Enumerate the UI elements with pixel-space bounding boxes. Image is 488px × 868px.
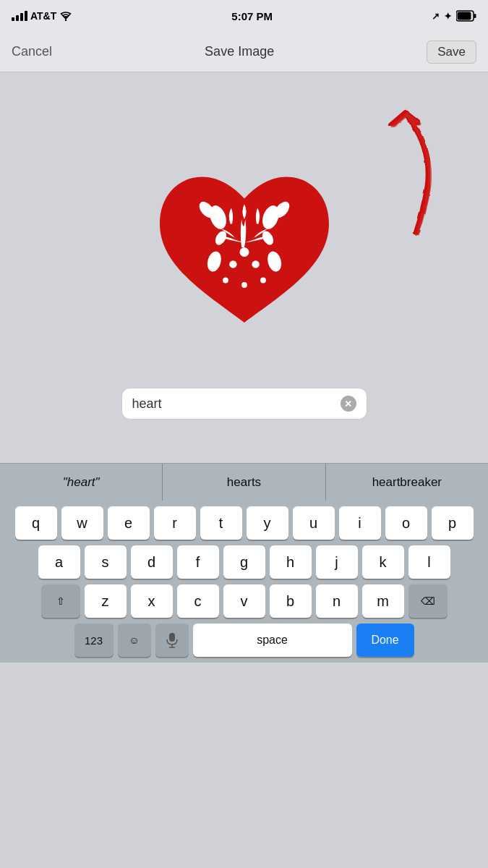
key-h[interactable]: h	[270, 545, 312, 579]
signal-bars	[12, 11, 27, 21]
key-a[interactable]: a	[38, 545, 80, 579]
key-g[interactable]: g	[223, 545, 265, 579]
key-q[interactable]: q	[15, 506, 57, 540]
status-right: ↗ ✦	[432, 10, 476, 22]
location-icon: ↗	[432, 11, 440, 22]
key-p[interactable]: p	[432, 506, 474, 540]
key-row-1: q w e r t y u i o p	[3, 506, 485, 540]
key-y[interactable]: y	[247, 506, 288, 540]
nav-title: Save Image	[205, 44, 274, 59]
key-s[interactable]: s	[85, 545, 127, 579]
key-j[interactable]: j	[316, 545, 358, 579]
save-button[interactable]: Save	[427, 41, 476, 64]
status-left: AT&T	[12, 10, 72, 22]
autocomplete-item-0[interactable]: "heart"	[0, 464, 163, 501]
keyboard: q w e r t y u i o p a s d f g h j k l ⇧ …	[0, 501, 488, 663]
key-x[interactable]: x	[131, 584, 173, 618]
numbers-key[interactable]: 123	[74, 624, 114, 657]
search-input-wrapper[interactable]: heart ✕	[121, 388, 367, 420]
svg-rect-2	[474, 14, 476, 18]
key-w[interactable]: w	[61, 506, 103, 540]
key-m[interactable]: m	[362, 584, 404, 618]
bluetooth-icon: ✦	[444, 11, 452, 22]
key-r[interactable]: r	[154, 506, 196, 540]
key-e[interactable]: e	[108, 506, 150, 540]
key-row-2: a s d f g h j k l	[3, 545, 485, 579]
battery-icon	[456, 10, 476, 22]
svg-point-15	[241, 282, 247, 288]
nav-bar: Cancel Save Image Save	[0, 32, 488, 72]
delete-key[interactable]: ⌫	[408, 584, 448, 618]
content-area: heart ✕	[0, 72, 488, 463]
heart-image	[150, 163, 338, 351]
wifi-icon	[59, 11, 72, 21]
svg-point-0	[65, 20, 67, 21]
key-n[interactable]: n	[316, 584, 358, 618]
svg-point-13	[223, 278, 228, 284]
autocomplete-bar: "heart" hearts heartbreaker	[0, 463, 488, 501]
svg-point-10	[239, 247, 249, 257]
svg-rect-18	[169, 633, 175, 642]
mic-key[interactable]	[155, 624, 189, 657]
key-o[interactable]: o	[385, 506, 427, 540]
key-b[interactable]: b	[270, 584, 312, 618]
svg-point-12	[252, 260, 259, 268]
arrow-annotation	[329, 94, 459, 239]
space-key[interactable]: space	[193, 624, 352, 657]
key-k[interactable]: k	[362, 545, 404, 579]
status-time: 5:07 PM	[231, 10, 273, 22]
status-bar: AT&T 5:07 PM ↗ ✦	[0, 0, 488, 32]
key-l[interactable]: l	[408, 545, 450, 579]
emoji-key[interactable]: ☺	[118, 624, 151, 657]
done-key[interactable]: Done	[356, 624, 414, 657]
search-container: heart ✕	[121, 388, 367, 420]
key-row-3: ⇧ z x c v b n m ⌫	[3, 584, 485, 618]
carrier-label: AT&T	[30, 10, 56, 22]
key-z[interactable]: z	[85, 584, 127, 618]
svg-point-14	[260, 278, 266, 284]
svg-rect-3	[458, 12, 471, 20]
search-clear-button[interactable]: ✕	[341, 396, 356, 412]
key-row-bottom: 123 ☺ space Done	[3, 624, 485, 657]
key-d[interactable]: d	[131, 545, 173, 579]
key-i[interactable]: i	[339, 506, 381, 540]
key-c[interactable]: c	[177, 584, 219, 618]
key-u[interactable]: u	[293, 506, 335, 540]
microphone-icon	[166, 632, 179, 648]
autocomplete-item-2[interactable]: heartbreaker	[326, 464, 488, 501]
search-input: heart	[132, 396, 335, 412]
svg-point-11	[229, 260, 236, 268]
autocomplete-item-1[interactable]: hearts	[163, 464, 325, 501]
key-f[interactable]: f	[177, 545, 219, 579]
shift-key[interactable]: ⇧	[41, 584, 80, 618]
key-v[interactable]: v	[223, 584, 265, 618]
cancel-button[interactable]: Cancel	[12, 44, 52, 59]
key-t[interactable]: t	[200, 506, 242, 540]
